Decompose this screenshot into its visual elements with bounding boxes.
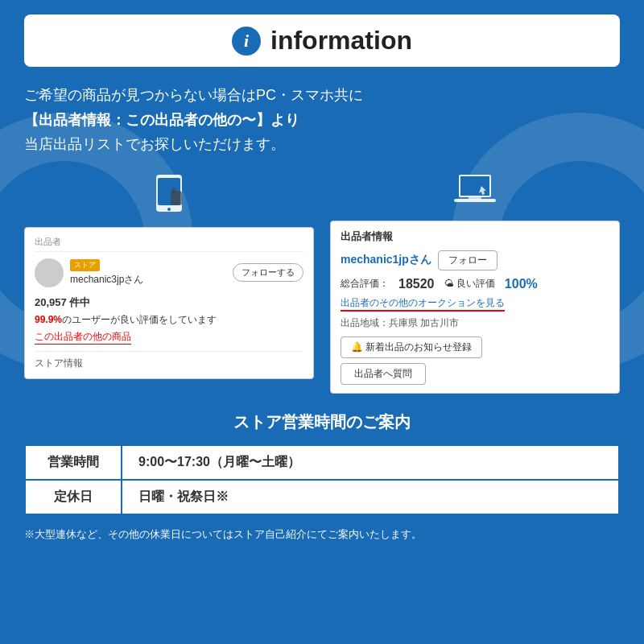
mobile-stats: 20,957 件中 bbox=[35, 295, 303, 310]
main-text-line3: 当店出品リストでお探しいただけます。 bbox=[24, 132, 620, 157]
pc-follow-button[interactable]: フォロー bbox=[438, 250, 497, 270]
pc-screenshot-wrapper: 出品者情報 mechanic1jpさん フォロー 総合評価： 18520 🌤 良… bbox=[330, 175, 620, 394]
pc-screenshot-box: 出品者情報 mechanic1jpさん フォロー 総合評価： 18520 🌤 良… bbox=[330, 221, 620, 394]
pc-seller-row: mechanic1jpさん フォロー bbox=[341, 250, 609, 270]
pc-rating-num: 18520 bbox=[398, 277, 435, 291]
mobile-positive-pct: 99.9% bbox=[35, 314, 62, 325]
hours-label-2: 定休日 bbox=[25, 480, 122, 514]
mobile-count: 20,957 件中 bbox=[35, 296, 90, 308]
pc-good-label: 🌤 良い評価 bbox=[444, 277, 495, 291]
main-text-block: ご希望の商品が見つからない場合はPC・スマホ共に 【出品者情報：この出品者の他の… bbox=[24, 83, 620, 157]
pc-device-icon bbox=[454, 175, 496, 214]
mobile-seller-label: 出品者 bbox=[35, 236, 303, 252]
pc-good-pct: 100% bbox=[505, 277, 538, 291]
mobile-screenshot-wrapper: 出品者 ストア mechanic3jpさん フォローする 20,957 件中 9… bbox=[24, 175, 314, 394]
mobile-positive: 99.9%のユーザーが良い評価をしています bbox=[35, 313, 303, 327]
svg-point-2 bbox=[167, 208, 171, 211]
mobile-positive-text: のユーザーが良い評価をしています bbox=[62, 314, 217, 325]
main-container: i information ご希望の商品が見つからない場合はPC・スマホ共に 【… bbox=[0, 0, 644, 556]
pc-location: 出品地域：兵庫県 加古川市 bbox=[341, 316, 609, 330]
pc-notify-button[interactable]: 🔔 新着出品のお知らせ登録 bbox=[341, 336, 482, 358]
pc-seller-name: mechanic1jpさん bbox=[341, 253, 431, 267]
hours-value-2: 日曜・祝祭日※ bbox=[122, 480, 619, 514]
avatar bbox=[35, 258, 64, 287]
mobile-seller-name: mechanic3jpさん bbox=[70, 273, 143, 287]
hours-label-1: 営業時間 bbox=[25, 445, 122, 480]
screenshots-row: 出品者 ストア mechanic3jpさん フォローする 20,957 件中 9… bbox=[24, 175, 620, 394]
svg-rect-4 bbox=[172, 188, 175, 196]
main-text-highlight: 【出品者情報：この出品者の他の〜】より bbox=[24, 112, 299, 128]
store-section-title: ストア営業時間のご案内 bbox=[24, 411, 620, 433]
mobile-other-items-link[interactable]: この出品者の他の商品 bbox=[35, 330, 131, 345]
svg-rect-6 bbox=[460, 176, 489, 196]
hours-row-1: 営業時間 9:00〜17:30（月曜〜土曜） bbox=[25, 445, 619, 480]
store-badge: ストア bbox=[70, 259, 100, 271]
hours-value-1: 9:00〜17:30（月曜〜土曜） bbox=[122, 445, 619, 480]
pc-seller-info-label: 出品者情報 bbox=[341, 229, 609, 244]
pc-auction-link[interactable]: 出品者のその他のオークションを見る bbox=[341, 296, 505, 312]
main-text-line1: ご希望の商品が見つからない場合はPC・スマホ共に bbox=[24, 83, 620, 108]
mobile-screenshot-box: 出品者 ストア mechanic3jpさん フォローする 20,957 件中 9… bbox=[24, 227, 314, 379]
footer-note: ※大型連休など、その他の休業日についてはストア自己紹介にてご案内いたします。 bbox=[24, 526, 620, 543]
pc-rating-row: 総合評価： 18520 🌤 良い評価 100% bbox=[341, 277, 609, 291]
header-title: information bbox=[270, 26, 412, 56]
hours-row-2: 定休日 日曜・祝祭日※ bbox=[25, 480, 619, 514]
mobile-store-info: ストア情報 bbox=[35, 351, 303, 370]
main-text-line2: 【出品者情報：この出品者の他の〜】より bbox=[24, 108, 620, 133]
mobile-device-icon bbox=[153, 175, 185, 221]
hours-table: 営業時間 9:00〜17:30（月曜〜土曜） 定休日 日曜・祝祭日※ bbox=[24, 444, 620, 515]
pc-question-button[interactable]: 出品者へ質問 bbox=[341, 363, 426, 385]
mobile-follow-button[interactable]: フォローする bbox=[233, 263, 303, 282]
mobile-seller-row: ストア mechanic3jpさん フォローする bbox=[35, 258, 303, 287]
pc-rating-label: 総合評価： bbox=[341, 277, 389, 291]
mobile-seller-info: ストア mechanic3jpさん bbox=[70, 258, 143, 287]
info-icon: i bbox=[232, 27, 261, 56]
header-box: i information bbox=[24, 14, 620, 67]
svg-rect-8 bbox=[469, 197, 481, 200]
